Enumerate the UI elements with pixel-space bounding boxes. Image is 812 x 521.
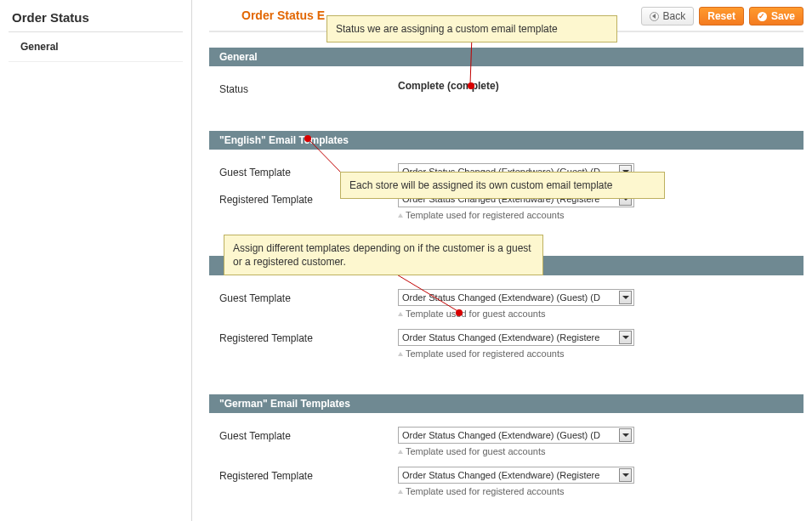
german-guest-select-value: Order Status Changed (Extendware) (Guest… [402,430,600,440]
german-guest-label: Guest Template [219,427,398,456]
sidebar-item-general[interactable]: General [9,32,183,62]
status-label: Status [219,80,398,95]
mid-reg-hint: Template used for registered accounts [398,346,793,359]
mid-guest-select-value: Order Status Changed (Extendware) (Guest… [402,292,600,303]
sidebar-title: Order Status [9,7,183,32]
back-button[interactable]: Back [641,7,695,25]
mid-reg-label: Registered Template [219,329,398,359]
back-arrow-icon [650,12,659,21]
reset-button-label: Reset [707,10,735,22]
check-icon: ✓ [758,12,767,21]
mid-guest-label: Guest Template [219,289,398,319]
annotation-dot-icon [456,309,463,316]
annotation-store: Each store will be assigned its own cust… [340,172,665,199]
page-title: Order Status E [209,5,325,31]
german-reg-select[interactable]: Order Status Changed (Extendware) (Regis… [398,467,634,484]
section-head-german: "German" Email Templates [209,394,803,413]
mid-guest-select[interactable]: Order Status Changed (Extendware) (Guest… [398,289,634,306]
german-reg-hint: Template used for registered accounts [398,484,793,496]
mid-reg-select[interactable]: Order Status Changed (Extendware) (Regis… [398,329,634,346]
reset-button[interactable]: Reset [699,7,744,25]
hint-triangle-icon [398,213,403,218]
hint-triangle-icon [398,490,403,494]
section-head-english: "English" Email Templates [209,131,803,150]
save-button-label: Save [771,10,795,22]
english-reg-hint: Template used for registered accounts [398,207,793,220]
hint-triangle-icon [398,450,403,454]
dropdown-arrow-icon [619,291,632,304]
german-reg-label: Registered Template [219,467,398,496]
back-button-label: Back [663,10,686,22]
hint-triangle-icon [398,352,403,356]
hint-triangle-icon [398,312,403,316]
dropdown-arrow-icon [619,468,632,482]
annotation-dot-icon [304,135,311,142]
german-guest-select[interactable]: Order Status Changed (Extendware) (Guest… [398,427,634,444]
annotation-status: Status we are assigning a custom email t… [327,15,617,42]
action-buttons: Back Reset ✓ Save [641,5,803,25]
annotation-dot-icon [468,82,474,89]
sidebar: Order Status General [0,0,191,521]
save-button[interactable]: ✓ Save [749,7,803,25]
mid-reg-select-value: Order Status Changed (Extendware) (Regis… [402,332,599,343]
dropdown-arrow-icon [619,428,632,442]
annotation-guest-registered: Assign different templates depending on … [224,235,543,275]
section-head-general: General [209,48,803,66]
status-value: Complete (complete) [398,80,793,95]
dropdown-arrow-icon [619,331,632,344]
german-guest-hint: Template used for guest accounts [398,444,793,456]
german-reg-select-value: Order Status Changed (Extendware) (Regis… [402,470,599,480]
